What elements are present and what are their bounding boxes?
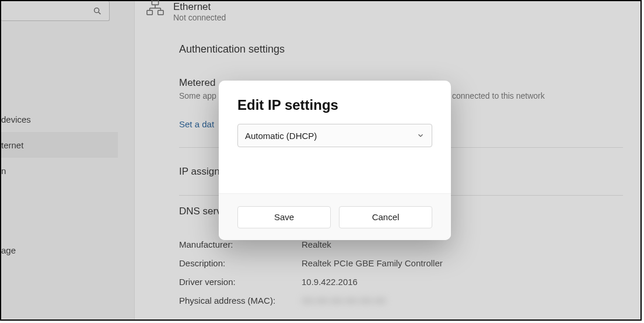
metered-label: Metered <box>179 77 215 89</box>
info-key: Driver version: <box>179 277 302 287</box>
dialog-title: Edit IP settings <box>237 97 432 113</box>
svg-line-1 <box>99 12 100 14</box>
info-key: Description: <box>179 258 302 268</box>
edit-ip-dialog: Edit IP settings Automatic (DHCP) Save C… <box>219 81 451 240</box>
nav-item-devices[interactable]: devices <box>1 106 118 132</box>
info-key: Manufacturer: <box>179 239 302 249</box>
svg-rect-7 <box>147 11 152 15</box>
info-row: Physical address (MAC): XX-XX-XX-XX-XX-X… <box>179 291 443 310</box>
info-val-mac: XX-XX-XX-XX-XX-XX <box>302 296 386 305</box>
ip-mode-dropdown[interactable]: Automatic (DHCP) <box>237 124 432 147</box>
sidebar: devices ternet n age <box>1 1 118 319</box>
svg-point-0 <box>94 8 99 12</box>
info-val: Realtek <box>302 239 331 249</box>
info-val: Realtek PCIe GBE Family Controller <box>302 258 443 268</box>
search-input[interactable] <box>1 1 110 21</box>
dialog-footer: Save Cancel <box>219 193 451 240</box>
ip-assignment-label: IP assign <box>179 166 220 178</box>
chevron-down-icon <box>416 131 425 140</box>
save-button[interactable]: Save <box>237 206 331 228</box>
auth-heading: Authentication settings <box>179 43 285 55</box>
metered-sub-left: Some app <box>179 91 216 100</box>
nav-item-age[interactable]: age <box>1 237 118 263</box>
svg-rect-8 <box>158 11 163 15</box>
info-key: Physical address (MAC): <box>179 296 302 305</box>
cancel-button[interactable]: Cancel <box>339 206 432 228</box>
ethernet-title: Ethernet <box>173 1 226 13</box>
set-data-limit-link[interactable]: Set a dat <box>179 119 214 129</box>
nav-item-n[interactable]: n <box>1 158 118 183</box>
nav-label: ternet <box>1 140 23 150</box>
nav-list: devices ternet n age <box>1 106 118 263</box>
ethernet-icon <box>146 0 164 16</box>
nav-label: devices <box>1 114 31 124</box>
info-row: Description: Realtek PCIe GBE Family Con… <box>179 253 443 272</box>
search-icon <box>93 6 102 16</box>
info-row: Driver version: 10.9.422.2016 <box>179 272 443 291</box>
metered-sub-right: connected to this network <box>452 91 545 100</box>
ethernet-status: Not connected <box>173 13 226 22</box>
svg-rect-2 <box>152 0 158 5</box>
info-grid: Manufacturer: Realtek Description: Realt… <box>179 235 443 310</box>
dropdown-value: Automatic (DHCP) <box>245 131 317 141</box>
dns-label: DNS serv <box>179 206 222 217</box>
nav-item-internet[interactable]: ternet <box>1 132 118 158</box>
nav-label: age <box>1 245 16 255</box>
nav-label: n <box>1 166 6 176</box>
info-val: 10.9.422.2016 <box>302 277 358 287</box>
ethernet-header: Ethernet Not connected <box>146 1 226 22</box>
